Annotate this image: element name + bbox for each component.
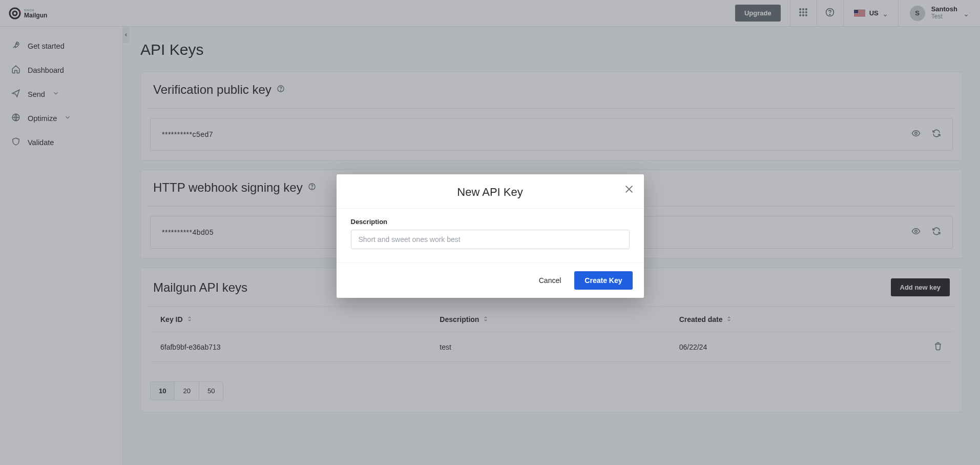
modal-title: New API Key [349, 186, 632, 199]
modal-close-button[interactable] [623, 184, 635, 196]
description-input[interactable] [351, 230, 630, 249]
cancel-button[interactable]: Cancel [535, 271, 566, 290]
new-api-key-modal: New API Key Description Cancel Create Ke… [337, 174, 644, 298]
description-label: Description [351, 218, 630, 226]
create-key-button[interactable]: Create Key [574, 271, 632, 290]
close-icon [623, 189, 635, 196]
modal-backdrop[interactable]: New API Key Description Cancel Create Ke… [0, 0, 980, 465]
